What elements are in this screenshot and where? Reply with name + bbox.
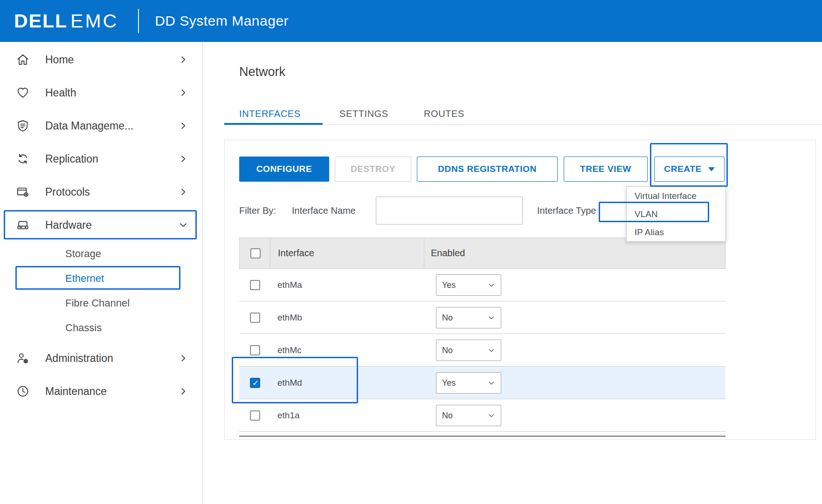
tab-routes[interactable]: ROUTES [424, 109, 464, 119]
clock-icon [16, 384, 30, 398]
page-title: Network [239, 65, 285, 79]
sidebar-item-label: Replication [45, 152, 98, 165]
create-dropdown-menu: Virtual Interface VLAN IP Alias [626, 186, 726, 242]
sidebar-item-hardware[interactable]: Hardware [0, 208, 203, 241]
home-icon [16, 53, 30, 67]
enabled-select[interactable]: Yes [436, 372, 501, 394]
column-divider [270, 238, 270, 268]
sidebar-subitem-label: Storage [65, 248, 101, 260]
tab-interfaces[interactable]: INTERFACES [239, 109, 301, 119]
menu-item-virtual-interface[interactable]: Virtual Interface [627, 187, 725, 205]
brand-emc: EMC [70, 10, 118, 32]
row-checkbox[interactable] [250, 313, 260, 323]
chevron-down-icon [488, 412, 495, 419]
filter-by-label: Filter By: [239, 205, 276, 216]
sidebar-item-home[interactable]: Home [0, 43, 203, 76]
interface-name-input[interactable] [376, 197, 523, 225]
enabled-value: Yes [442, 280, 456, 290]
menu-item-ip-alias[interactable]: IP Alias [627, 223, 725, 241]
row-checkbox[interactable] [250, 410, 260, 421]
table-row[interactable]: ethMb No [239, 301, 725, 334]
chevron-right-icon [178, 187, 188, 197]
sidebar-subitem-chassis[interactable]: Chassis [0, 315, 203, 340]
interface-type-label: Interface Type [537, 205, 596, 216]
app-title: DD System Manager [155, 13, 289, 29]
enabled-select[interactable]: No [436, 340, 501, 361]
sidebar-subitem-fibre-channel[interactable]: Fibre Channel [0, 291, 203, 315]
sidebar-item-label: Data Manageme... [45, 119, 133, 132]
protocols-icon [16, 185, 30, 199]
sidebar-item-label: Hardware [45, 218, 92, 231]
chevron-down-icon [488, 281, 495, 289]
interface-name-cell: ethMc [277, 334, 302, 366]
hardware-icon [16, 218, 30, 232]
destroy-button[interactable]: DESTROY [335, 157, 411, 182]
chevron-right-icon [178, 386, 188, 396]
chevron-down-icon [488, 347, 495, 354]
create-button-label: CREATE [664, 164, 701, 174]
caret-down-icon [708, 167, 715, 171]
sidebar-item-label: Protocols [45, 185, 90, 198]
chevron-right-icon [178, 353, 188, 363]
chevron-right-icon [178, 54, 188, 65]
column-header-interface: Interface [278, 238, 314, 268]
chevron-right-icon [178, 154, 188, 164]
chevron-down-icon [488, 314, 495, 321]
configure-button[interactable]: CONFIGURE [239, 157, 329, 182]
enabled-value: No [442, 411, 453, 421]
active-tab-underline [224, 123, 323, 125]
sidebar-item-administration[interactable]: Administration [0, 341, 203, 375]
table-row[interactable]: ethMc No [239, 334, 725, 367]
enabled-value: No [442, 313, 453, 323]
sidebar-item-label: Administration [45, 352, 113, 364]
heart-icon [16, 86, 30, 100]
table-row[interactable]: ethMd Yes [239, 367, 725, 399]
enabled-select[interactable]: No [436, 405, 501, 426]
chevron-down-icon [488, 379, 495, 387]
table-row[interactable]: eth1a No [239, 399, 725, 432]
column-header-enabled: Enabled [431, 238, 465, 268]
enabled-value: No [442, 346, 453, 355]
sidebar-item-data-management[interactable]: Data Manageme... [0, 109, 203, 142]
interface-name-cell: ethMa [277, 269, 302, 301]
column-divider [424, 238, 424, 268]
chevron-right-icon [178, 88, 188, 98]
interface-name-cell: ethMb [277, 301, 302, 334]
sidebar-subitem-label: Fibre Channel [65, 297, 130, 309]
sidebar-subitem-storage[interactable]: Storage [0, 241, 203, 266]
table-row[interactable]: ethMa Yes [239, 269, 725, 301]
chevron-right-icon [178, 121, 188, 131]
chevron-down-icon [178, 220, 188, 230]
interface-name-cell: eth1a [277, 399, 300, 431]
create-button[interactable]: CREATE [654, 157, 725, 182]
sidebar-subitem-ethernet[interactable]: Ethernet [0, 266, 203, 291]
sidebar-item-health[interactable]: Health [0, 76, 203, 109]
table-header: Interface Enabled [239, 238, 725, 269]
row-checkbox[interactable] [250, 345, 260, 355]
sync-icon [16, 152, 30, 166]
row-checkbox[interactable] [250, 378, 260, 388]
tab-settings[interactable]: SETTINGS [339, 109, 388, 119]
sidebar-subitem-label: Ethernet [65, 272, 104, 285]
ddns-registration-button[interactable]: DDNS REGISTRATION [417, 157, 558, 182]
enabled-value: Yes [442, 378, 456, 388]
enabled-select[interactable]: No [436, 307, 501, 328]
sidebar-item-label: Health [45, 86, 76, 99]
table-scrollbar[interactable] [239, 436, 725, 437]
sidebar-nav: Home Health Data Manageme... [0, 42, 203, 504]
sidebar-item-maintenance[interactable]: Maintenance [0, 375, 203, 408]
tree-view-button[interactable]: TREE VIEW [564, 157, 648, 182]
sidebar-item-label: Home [45, 53, 74, 66]
dd-system-manager-screen: DELL EMC DD System Manager Home Health [0, 0, 822, 504]
admin-user-gear-icon [16, 351, 30, 365]
select-all-checkbox[interactable] [250, 248, 261, 259]
row-checkbox[interactable] [250, 280, 260, 290]
interface-name-label: Interface Name [292, 205, 356, 216]
sidebar-item-protocols[interactable]: Protocols [0, 175, 203, 208]
interface-name-cell: ethMd [277, 367, 302, 399]
dell-emc-logo: DELL EMC [14, 10, 118, 32]
enabled-select[interactable]: Yes [436, 274, 501, 296]
menu-item-vlan[interactable]: VLAN [627, 205, 725, 223]
app-header: DELL EMC DD System Manager [0, 0, 822, 42]
sidebar-item-replication[interactable]: Replication [0, 142, 203, 175]
